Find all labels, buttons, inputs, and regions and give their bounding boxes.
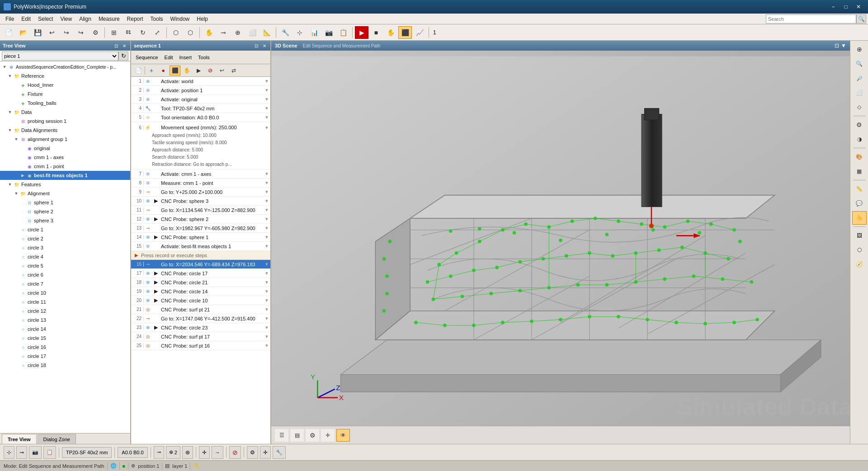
toolbar-play[interactable]: ▶ <box>355 26 368 39</box>
seq-row-5[interactable]: 5 ⊹ Tool orientation: A0.0 B0.0 ▼ <box>131 113 270 122</box>
seq-row-4[interactable]: 4 🔧 Tool: TP20-SF 40x2 mm ▼ <box>131 104 270 113</box>
seq-row-19[interactable]: 19 ⊕ ▶ CNC Probe: circle 14 ▼ <box>131 287 270 296</box>
seq-dropdown-12[interactable]: ▼ <box>263 217 270 221</box>
rt-render-tool[interactable]: 🖼 <box>852 229 867 242</box>
scene-expand[interactable]: ▼ <box>841 42 846 49</box>
rt-zoom-fit[interactable]: ⊕ <box>852 42 867 56</box>
seq-row-1[interactable]: 1 ⊛ Activate: world ▼ <box>131 77 270 86</box>
seq-menu-sequence[interactable]: Sequence <box>133 54 161 61</box>
tree-item-alignments[interactable]: ▼ 📁 Data Alignments <box>0 126 130 135</box>
toolbar-sphere[interactable]: ⬡ <box>169 26 183 39</box>
menu-view[interactable]: View <box>57 15 75 23</box>
seq-expand-18[interactable]: ▶ <box>152 279 160 285</box>
tree-item-bestfit[interactable]: ▶ ◉ best-fit meas objects 1 <box>0 171 130 180</box>
tree-item-circle12[interactable]: ▶ ○ circle 12 <box>0 306 130 316</box>
seq-expand-23[interactable]: ▶ <box>152 325 160 330</box>
scene-undock[interactable]: ⊡ <box>835 42 839 49</box>
tree-item-cmm1pt[interactable]: ▶ ◉ cmm 1 - point <box>0 162 130 171</box>
seq-dropdown-23[interactable]: ▼ <box>263 325 270 330</box>
status-nav-btn-1[interactable]: ⊸ <box>154 446 164 459</box>
toolbar-new[interactable]: 📄 <box>2 26 15 39</box>
tree-item-circle17[interactable]: ▶ ○ circle 17 <box>0 352 130 361</box>
rt-view-front[interactable]: ⬜ <box>852 86 867 99</box>
tree-panel-undock[interactable]: ⊡ <box>113 42 119 49</box>
seq-hand[interactable]: ✋ <box>181 66 192 75</box>
seq-dropdown-16[interactable]: ▼ <box>263 262 270 267</box>
menu-report[interactable]: Report <box>123 15 147 23</box>
toolbar-cube[interactable]: ⬡ <box>184 26 197 39</box>
seq-dropdown-15[interactable]: ▼ <box>263 244 270 249</box>
maximize-button[interactable]: □ <box>840 2 852 12</box>
seq-row-23[interactable]: 23 ⊕ ▶ CNC Probe: circle 23 ▼ <box>131 323 270 332</box>
seq-dropdown-2[interactable]: ▼ <box>263 88 270 93</box>
seq-expand-14[interactable]: ▶ <box>152 234 160 240</box>
seq-row-9[interactable]: 9 ⊸ Go to: Y+25.000 Z+100.000 ▼ <box>131 188 270 197</box>
toolbar-chart[interactable]: 📈 <box>413 26 426 39</box>
seq-expand-12[interactable]: ▶ <box>152 216 160 222</box>
seq-row-20[interactable]: 20 ⊕ ▶ CNC Probe: circle 10 ▼ <box>131 296 270 305</box>
seq-dropdown-11[interactable]: ▼ <box>263 207 270 212</box>
tree-item-sphere3[interactable]: ▶ ⊙ sphere 3 <box>0 216 130 225</box>
seq-dropdown-18[interactable]: ▼ <box>263 280 270 285</box>
toolbar-seq-edit[interactable]: ⬛ <box>398 26 412 39</box>
seq-row-15[interactable]: 15 ⊛ Activate: best-fit meas objects 1 ▼ <box>131 242 270 251</box>
status-gear-btn[interactable]: ⚙ <box>247 446 258 459</box>
scene-list-alt-btn[interactable]: ▤ <box>290 429 304 442</box>
seq-dropdown-6[interactable]: ▼ <box>263 125 270 130</box>
rt-view-iso[interactable]: ◇ <box>852 100 867 114</box>
tree-item-circle18[interactable]: ▶ ○ circle 18 <box>0 361 130 370</box>
tree-item-circle2[interactable]: ▶ ○ circle 2 <box>0 234 130 243</box>
status-tool-btn-3[interactable]: 📷 <box>29 446 42 459</box>
seq-swap[interactable]: ⇄ <box>228 66 239 75</box>
rt-nav-tool[interactable]: 🧭 <box>852 258 867 271</box>
toolbar-probe2[interactable]: ⊹ <box>293 26 307 39</box>
menu-edit[interactable]: Edit <box>18 15 34 23</box>
tree-item-circle16[interactable]: ▶ ○ circle 16 <box>0 343 130 352</box>
seq-row-13[interactable]: 13 ⊸ Go to: X=1982.967 Y=-605.980 Z=982.… <box>131 224 270 233</box>
tree-item-circle5[interactable]: ▶ ○ circle 5 <box>0 261 130 270</box>
rt-view-options[interactable]: ⚙ <box>852 118 867 132</box>
seq-dropdown-4[interactable]: ▼ <box>263 106 270 111</box>
seq-run[interactable]: ▶ <box>193 66 204 75</box>
rt-zoom-out[interactable]: 🔎 <box>852 71 867 85</box>
seq-record[interactable]: ● <box>158 66 169 75</box>
tab-dialog-zone[interactable]: Dialog Zone <box>38 434 76 444</box>
menu-measure[interactable]: Measure <box>95 15 123 23</box>
seq-row-6[interactable]: 6 ⚡ Movement speed (mm/s): 250.000 ▼ App… <box>131 122 270 170</box>
toolbar-redo-2[interactable]: ↪ <box>74 26 88 39</box>
status-dots-btn[interactable]: ⊛ <box>182 446 193 459</box>
toolbar-meas2[interactable]: 📊 <box>307 26 321 39</box>
seq-stop-red[interactable]: ⊘ <box>205 66 216 75</box>
toolbar-report[interactable]: 📋 <box>336 26 350 39</box>
seq-expand-10[interactable]: ▶ <box>152 198 160 204</box>
scene-eye-toggle-btn[interactable]: 👁 <box>336 429 350 442</box>
toolbar-undo[interactable]: ↩ <box>45 26 59 39</box>
seq-row-2[interactable]: 2 ⊛ Activate: position 1 ▼ <box>131 86 270 95</box>
tree-item-hood[interactable]: ▶ ◈ Hood_Inner <box>0 80 130 89</box>
tree-item-cmm1ax[interactable]: ▶ ◉ cmm 1 - axes <box>0 153 130 162</box>
tree-item-features[interactable]: ▼ 📁 Features <box>0 180 130 189</box>
status-tool-btn-4[interactable]: 📋 <box>43 446 56 459</box>
toolbar-grid[interactable]: ⊞ <box>107 26 121 39</box>
seq-add[interactable]: + <box>146 66 157 75</box>
seq-dropdown-14[interactable]: ▼ <box>263 235 270 240</box>
seq-dropdown-19[interactable]: ▼ <box>263 289 270 294</box>
toolbar-rotate[interactable]: ↻ <box>136 26 150 39</box>
seq-dropdown-13[interactable]: ▼ <box>263 226 270 231</box>
menu-help[interactable]: Help <box>193 15 212 23</box>
seq-row-16[interactable]: 16 ⊸ Go to: X=2034.546 Y=-689.434 Z=976.… <box>131 260 270 269</box>
seq-menu-tools[interactable]: Tools <box>195 54 212 61</box>
seq-edit[interactable]: ⬛ <box>170 66 180 75</box>
seq-dropdown-1[interactable]: ▼ <box>263 79 270 84</box>
tree-item-probing[interactable]: ▶ ⊞ probing session 1 <box>0 117 130 126</box>
tree-item-circle14[interactable]: ▶ ○ circle 14 <box>0 325 130 334</box>
tree-item-aligngrp[interactable]: ▼ ⊞ alignment group 1 <box>0 135 130 144</box>
toolbar-stop[interactable]: ■ <box>369 26 383 39</box>
seq-dropdown-7[interactable]: ▼ <box>263 171 270 176</box>
3d-viewport[interactable]: Z Y X Simulated Data ☰ ▤ ⚙ ✛ 👁 <box>271 51 850 444</box>
seq-menu-insert[interactable]: Insert <box>177 54 195 61</box>
seq-dropdown-5[interactable]: ▼ <box>263 115 270 120</box>
search-input[interactable] <box>766 14 856 24</box>
seq-row-8[interactable]: 8 ⊛ Measure: cmm 1 - point ▼ <box>131 179 270 188</box>
seq-dropdown-3[interactable]: ▼ <box>263 97 270 102</box>
